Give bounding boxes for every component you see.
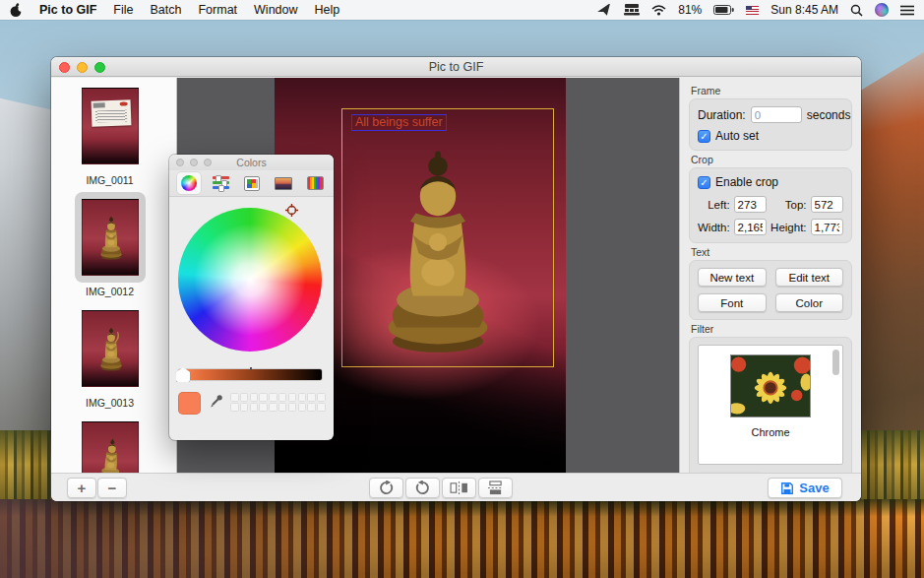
palette-icon	[244, 176, 260, 191]
color-sliders-tab[interactable]	[209, 172, 232, 194]
brightness-slider-knob[interactable]	[176, 367, 190, 382]
inspector-panel: Frame Duration: seconds ✓ Auto set Crop …	[679, 78, 861, 473]
flip-vertical-button[interactable]	[478, 478, 513, 498]
empty-swatch[interactable]	[298, 403, 307, 412]
frame-thumbnail-img-0011[interactable]	[82, 88, 139, 164]
empty-swatch[interactable]	[269, 403, 277, 412]
list-item[interactable]	[75, 415, 146, 473]
crop-top-field[interactable]	[811, 196, 843, 213]
crop-width-field[interactable]	[734, 219, 767, 235]
list-item[interactable]: IMG_0011	[75, 81, 146, 186]
empty-swatch[interactable]	[259, 403, 268, 412]
rotate-counterclockwise-button[interactable]	[405, 478, 440, 498]
eyedropper-icon[interactable]	[209, 394, 223, 409]
list-item[interactable]: IMG_0012	[75, 192, 146, 297]
menu-item-file[interactable]: File	[113, 3, 133, 17]
close-button[interactable]	[59, 62, 70, 73]
empty-swatch[interactable]	[259, 393, 268, 402]
rotate-cw-icon	[379, 481, 394, 495]
menu-item-help[interactable]: Help	[315, 3, 340, 17]
crop-rectangle[interactable]	[341, 108, 554, 367]
swatch-grid[interactable]	[230, 393, 327, 412]
colors-close-button[interactable]	[176, 159, 184, 166]
menu-item-app[interactable]: Pic to GIF	[39, 3, 96, 17]
edit-text-button[interactable]: Edit text	[775, 268, 844, 287]
zoom-button[interactable]	[94, 62, 105, 73]
auto-set-row[interactable]: ✓ Auto set	[698, 129, 843, 143]
font-button[interactable]: Font	[698, 293, 767, 312]
frame-thumbnail-4[interactable]	[82, 421, 139, 473]
empty-swatch[interactable]	[317, 393, 326, 402]
empty-swatch[interactable]	[288, 393, 297, 402]
siri-icon[interactable]	[875, 3, 889, 17]
duration-field[interactable]	[751, 106, 802, 123]
colors-panel-titlebar[interactable]: Colors	[169, 155, 334, 170]
us-flag-icon[interactable]	[746, 6, 759, 15]
window-titlebar[interactable]: Pic to GIF	[51, 57, 861, 77]
list-item[interactable]: IMG_0013	[75, 303, 146, 409]
crop-groupbox: ✓ Enable crop Left: Top: Width: Height:	[689, 167, 852, 243]
crop-left-field[interactable]	[734, 196, 767, 213]
apple-menu-icon[interactable]	[10, 3, 23, 18]
frame-groupbox: Duration: seconds ✓ Auto set	[689, 98, 852, 151]
colors-minimize-button[interactable]	[190, 159, 198, 166]
menu-item-window[interactable]: Window	[254, 3, 297, 17]
crop-height-field[interactable]	[811, 219, 843, 235]
keyboard-icon[interactable]	[624, 4, 640, 16]
color-palettes-tab[interactable]	[240, 172, 264, 194]
search-icon[interactable]	[850, 4, 863, 17]
paper-plane-icon[interactable]	[597, 4, 612, 17]
current-color-swatch[interactable]	[178, 392, 201, 415]
rotate-clockwise-button[interactable]	[369, 478, 403, 498]
empty-swatch[interactable]	[230, 403, 239, 412]
empty-swatch[interactable]	[250, 393, 259, 402]
battery-icon[interactable]	[713, 5, 734, 15]
colors-panel-title: Colors	[236, 157, 266, 168]
pencils-tab[interactable]	[303, 172, 327, 194]
color-picker-crosshair[interactable]	[285, 204, 298, 217]
color-wheel-tab[interactable]	[177, 172, 201, 194]
new-text-button[interactable]: New text	[698, 268, 767, 287]
enable-crop-label: Enable crop	[715, 175, 778, 189]
remove-frame-button[interactable]: −	[97, 478, 127, 498]
auto-set-checkbox[interactable]: ✓	[698, 130, 710, 143]
enable-crop-row[interactable]: ✓ Enable crop	[698, 175, 843, 189]
statue-graphic	[96, 327, 126, 372]
frame-thumbnail-img-0012[interactable]	[82, 199, 139, 276]
rotate-ccw-icon	[415, 481, 430, 495]
add-frame-button[interactable]: +	[67, 478, 96, 498]
filter-list[interactable]: Chrome	[698, 345, 843, 465]
empty-swatch[interactable]	[230, 393, 239, 402]
empty-swatch[interactable]	[250, 403, 259, 412]
color-wheel[interactable]	[178, 208, 322, 352]
empty-swatch[interactable]	[240, 393, 249, 402]
check-icon: ✓	[700, 131, 708, 142]
minimize-button[interactable]	[77, 62, 88, 73]
filter-groupbox: Chrome Apply Reset	[689, 337, 852, 473]
empty-swatch[interactable]	[278, 393, 287, 402]
empty-swatch[interactable]	[307, 403, 316, 412]
empty-swatch[interactable]	[278, 403, 287, 412]
wifi-icon[interactable]	[651, 5, 666, 16]
menu-item-batch[interactable]: Batch	[151, 3, 182, 17]
colors-zoom-button[interactable]	[204, 159, 212, 166]
filter-item-chrome[interactable]: Chrome	[730, 354, 811, 438]
empty-swatch[interactable]	[269, 393, 277, 402]
frame-thumbnail-img-0013[interactable]	[82, 310, 139, 387]
text-color-button[interactable]: Color	[775, 293, 844, 312]
enable-crop-checkbox[interactable]: ✓	[698, 176, 710, 189]
empty-swatch[interactable]	[307, 393, 316, 402]
empty-swatch[interactable]	[288, 403, 297, 412]
empty-swatch[interactable]	[317, 403, 326, 412]
empty-swatch[interactable]	[240, 403, 249, 412]
notification-center-icon[interactable]	[900, 5, 914, 16]
canvas-text-overlay[interactable]: All beings suffer	[351, 114, 447, 131]
menu-item-format[interactable]: Format	[198, 3, 237, 17]
save-button[interactable]: Save	[768, 478, 842, 498]
brightness-slider[interactable]	[178, 369, 322, 380]
flip-horizontal-button[interactable]	[442, 478, 476, 498]
empty-swatch[interactable]	[298, 393, 307, 402]
image-palettes-tab[interactable]	[272, 172, 295, 194]
menubar-clock[interactable]: Sun 8:45 AM	[770, 3, 838, 17]
filter-scrollbar[interactable]	[832, 350, 839, 375]
